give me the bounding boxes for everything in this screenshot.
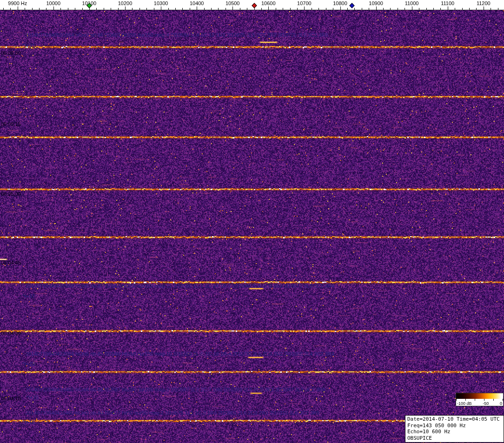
- ruler-minor-tick: [462, 8, 463, 10]
- ruler-major-tick: [161, 7, 161, 10]
- ruler-minor-tick: [104, 8, 104, 10]
- station-info-box: Date=2014-07-10 Time=04:05 UTC Freq=143 …: [405, 415, 504, 443]
- spectrogram-overlay: -100 dB -50 0 Date=2014-07-10 Time=04:05…: [0, 0, 504, 443]
- meteor-event-annotation: 20140710040437668 hCnt6 nb-87 f10580 hit…: [26, 283, 334, 289]
- meteor-echo-spectrogram-app: 9900 Hz100001010010200103001040010500106…: [0, 0, 504, 443]
- red-frequency-marker-icon[interactable]: [252, 3, 257, 8]
- ruler-minor-tick: [146, 8, 147, 10]
- ruler-minor-tick: [204, 8, 205, 10]
- ruler-minor-tick: [60, 8, 61, 10]
- ruler-minor-tick: [498, 8, 498, 10]
- ruler-minor-tick: [276, 8, 276, 10]
- ruler-frequency-label: 10300: [154, 0, 168, 6]
- ruler-frequency-label: 10000: [46, 0, 61, 6]
- ruler-major-tick: [484, 7, 484, 10]
- ruler-major-tick: [304, 7, 305, 10]
- ruler-major-tick: [125, 7, 126, 10]
- ruler-major-tick: [197, 7, 197, 10]
- ruler-minor-tick: [491, 8, 491, 10]
- ruler-minor-tick: [283, 8, 283, 10]
- ruler-minor-tick: [419, 8, 419, 10]
- blue-frequency-marker-icon[interactable]: [349, 3, 354, 8]
- ruler-minor-tick: [290, 8, 291, 10]
- ruler-frequency-label: 11100: [441, 0, 454, 6]
- ruler-minor-tick: [469, 8, 470, 10]
- ruler-minor-tick: [154, 8, 154, 10]
- ruler-minor-tick: [240, 8, 240, 10]
- ruler-frequency-label: 10600: [261, 0, 276, 6]
- ruler-minor-tick: [75, 8, 75, 10]
- ruler-minor-tick: [39, 8, 40, 10]
- ruler-minor-tick: [383, 8, 384, 10]
- time-label: 06:04:45: [1, 260, 21, 265]
- info-date-line: Date=2014-07-10 Time=04:05 UTC: [407, 416, 502, 423]
- colorbar-max-label: 0: [500, 401, 502, 406]
- time-label: 06:05:15: [1, 121, 21, 127]
- ruler-frequency-label: 9900 Hz: [8, 0, 27, 6]
- ruler-minor-tick: [362, 8, 362, 10]
- meteor-event-annotation: 20140710040415460 hCnt4 nb-88 f10587 hit…: [26, 387, 325, 392]
- colorbar-min-label: -100 dB: [457, 401, 472, 406]
- ruler-frequency-label: 10500: [225, 0, 240, 6]
- ruler-minor-tick: [182, 8, 183, 10]
- ruler-frequency-label: 10700: [297, 0, 312, 6]
- ruler-minor-tick: [168, 8, 169, 10]
- db-colorbar: -100 dB -50 0: [456, 393, 504, 406]
- colorbar-mid-label: -50: [483, 401, 489, 406]
- meteor-event-duration-tag: ^t+37: [22, 293, 35, 299]
- ruler-minor-tick: [390, 8, 391, 10]
- ruler-minor-tick: [46, 8, 46, 10]
- time-label: 06:04:15: [1, 396, 21, 401]
- ruler-minor-tick: [347, 8, 348, 10]
- ruler-minor-tick: [211, 8, 212, 10]
- ruler-minor-tick: [312, 8, 312, 10]
- colorbar-gradient[interactable]: [456, 393, 503, 399]
- ruler-minor-tick: [225, 8, 226, 10]
- colorbar-labels: -100 dB -50 0: [456, 401, 503, 406]
- meteor-event-annotation: 20140710040423064 hCnt5 nb-87 f10580 hit…: [26, 351, 334, 357]
- meteor-event-annotation: 20140710040531664 hCnt7 nb-86 f10601 hit…: [26, 32, 328, 38]
- ruler-major-tick: [18, 7, 18, 10]
- ruler-minor-tick: [3, 8, 4, 10]
- ruler-minor-tick: [326, 8, 326, 10]
- ruler-minor-tick: [82, 8, 83, 10]
- ruler-frequency-label: 10800: [333, 0, 347, 6]
- ruler-minor-tick: [433, 8, 434, 10]
- ruler-major-tick: [53, 7, 54, 10]
- ruler-minor-tick: [190, 8, 190, 10]
- ruler-minor-tick: [297, 8, 298, 10]
- ruler-minor-tick: [455, 8, 455, 10]
- ruler-frequency-label: 10200: [118, 0, 133, 6]
- ruler-minor-tick: [333, 8, 333, 10]
- meteor-event-duration-tag: ^t+31: [22, 43, 35, 48]
- ruler-minor-tick: [32, 8, 33, 10]
- ruler-minor-tick: [175, 8, 176, 10]
- meteor-event-annotation: 20140710040410460 hCnt3 nb-84 f10577 hit…: [26, 410, 319, 416]
- ruler-major-tick: [268, 7, 269, 10]
- time-label: 06:05:00: [1, 191, 21, 197]
- ruler-minor-tick: [405, 8, 405, 10]
- ruler-minor-tick: [440, 8, 441, 10]
- ruler-frequency-label: 11200: [477, 0, 491, 6]
- ruler-major-tick: [376, 7, 377, 10]
- time-label: 06:04:30: [1, 331, 21, 336]
- info-echo-line: Echo=10 600 Hz: [407, 429, 502, 435]
- info-freq-line: Freq=143 050 000 Hz: [407, 423, 502, 429]
- ruler-major-tick: [412, 7, 412, 10]
- info-station-line: OBSUPICE: [407, 435, 502, 442]
- ruler-frequency-label: 10400: [190, 0, 204, 6]
- meteor-event-duration-tag: ^t+23: [22, 361, 35, 367]
- ruler-minor-tick: [398, 8, 398, 10]
- ruler-minor-tick: [118, 8, 119, 10]
- ruler-minor-tick: [476, 8, 477, 10]
- ruler-minor-tick: [247, 8, 247, 10]
- ruler-minor-tick: [139, 8, 140, 10]
- ruler-frequency-label: 10900: [369, 0, 383, 6]
- frequency-ruler[interactable]: 9900 Hz100001010010200103001040010500106…: [0, 0, 504, 10]
- ruler-frequency-label: 11000: [405, 0, 419, 6]
- ruler-major-tick: [448, 7, 448, 10]
- ruler-minor-tick: [68, 8, 68, 10]
- ruler-minor-tick: [25, 8, 25, 10]
- ruler-minor-tick: [218, 8, 219, 10]
- meteor-event-duration-tag: ^t+15: [26, 395, 39, 400]
